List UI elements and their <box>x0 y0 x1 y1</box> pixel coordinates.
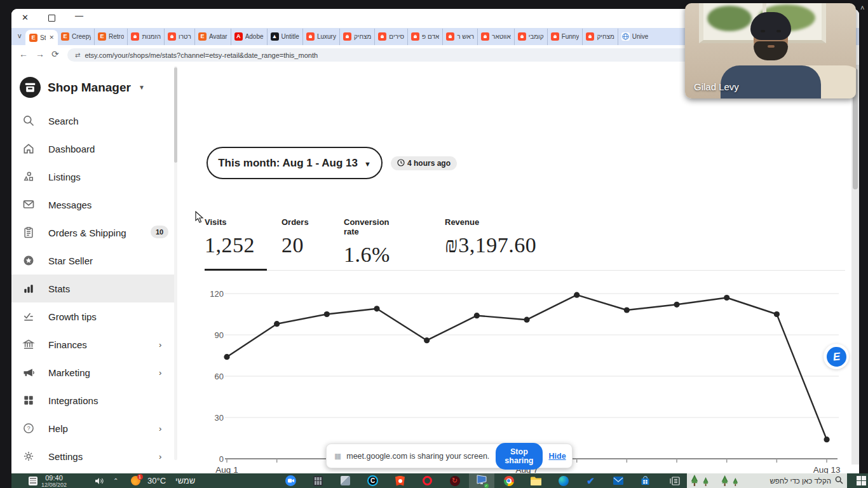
browser-tab[interactable]: מצחיק <box>339 29 374 45</box>
brave-browser-icon[interactable] <box>394 475 406 487</box>
drag-handle-icon[interactable]: ▮▮ <box>334 452 340 461</box>
utility-app-icon[interactable]: ↻ <box>449 475 461 487</box>
forward-icon[interactable]: → <box>36 49 44 59</box>
stop-sharing-button[interactable]: Stop sharing <box>496 443 542 470</box>
tray-chevron-icon[interactable]: ⌃ <box>113 473 118 488</box>
sidebar-item-orders-shipping[interactable]: Orders & Shipping10 <box>11 219 175 247</box>
calculator-app-icon[interactable] <box>312 475 324 487</box>
browser-tab[interactable]: מצחיק <box>582 29 617 45</box>
webcam-overlay[interactable]: Gilad Levy <box>685 3 856 98</box>
sidebar-item-integrations[interactable]: Integrations <box>11 386 175 414</box>
data-point[interactable]: Aug 3: 105 <box>324 311 330 317</box>
weather-icon[interactable]: 1 <box>130 475 142 487</box>
sidebar-item-star-seller[interactable]: Star Seller <box>11 247 175 274</box>
window-minimize-icon[interactable]: — <box>75 11 83 20</box>
app-favicon: ▲ <box>271 32 279 41</box>
sidebar-item-search[interactable]: Search <box>11 107 175 135</box>
browser-tab[interactable]: ראש ר <box>442 29 477 45</box>
browser-tab[interactable]: Funny <box>547 29 583 45</box>
data-point[interactable]: Aug 7: 101 <box>524 317 529 323</box>
metric-visits[interactable]: Visits1,252 <box>205 217 255 257</box>
window-restore-icon[interactable] <box>48 15 55 22</box>
sidebar-item-help[interactable]: ?Help› <box>11 414 175 442</box>
todo-app-icon[interactable]: ✔ <box>585 475 597 487</box>
home-icon <box>22 142 36 156</box>
task-view-icon[interactable] <box>668 475 681 487</box>
globe-favicon <box>621 32 630 41</box>
shop-favicon <box>551 32 559 41</box>
weather-temp[interactable]: 30°C <box>147 473 166 488</box>
browser-tab[interactable]: אדם פ <box>407 29 442 45</box>
browser-tab[interactable]: EAvatar <box>194 29 231 45</box>
file-explorer-icon[interactable] <box>530 475 542 487</box>
microsoft-store-icon[interactable] <box>639 475 651 487</box>
shop-favicon <box>481 32 489 41</box>
taskbar-clock[interactable]: 09:40 12/08/202 <box>35 473 73 488</box>
shop-manager-menu[interactable]: Shop Manager ▼ <box>19 76 145 98</box>
close-tab-icon[interactable]: ✕ <box>49 34 54 41</box>
browser-tab[interactable]: ECreepy <box>58 29 94 45</box>
data-point[interactable]: Aug 5: 86 <box>424 337 430 343</box>
browser-tab[interactable]: קומבי <box>514 29 547 45</box>
sidebar-item-finances[interactable]: Finances› <box>11 330 175 358</box>
tab-search-icon[interactable]: v <box>18 32 22 39</box>
svg-text:?: ? <box>27 425 30 431</box>
svg-text:90: 90 <box>215 330 224 340</box>
sidebar-item-messages[interactable]: Messages <box>11 191 175 219</box>
start-button[interactable] <box>857 476 866 485</box>
hide-link[interactable]: Hide <box>549 452 566 461</box>
browser-tab[interactable]: סירים <box>374 29 407 45</box>
metric-conversion-rate[interactable]: Conversion rate1.6% <box>344 217 390 267</box>
capcut-app-icon[interactable]: C <box>367 475 379 487</box>
edge-browser-icon[interactable] <box>557 475 569 487</box>
browser-tab[interactable]: Unive <box>618 29 652 45</box>
back-icon[interactable]: ← <box>19 49 28 59</box>
metric-revenue[interactable]: Revenue₪3,197.60 <box>445 217 536 257</box>
sidebar-item-marketing[interactable]: Marketing› <box>11 358 175 386</box>
browser-tab[interactable]: ERetro <box>94 29 127 45</box>
screen-share-app-icon[interactable]: ✓ <box>475 475 487 487</box>
data-point[interactable]: Aug 8: 119 <box>574 292 580 298</box>
volume-icon[interactable] <box>93 475 105 487</box>
browser-tab[interactable]: הזמנות <box>127 29 164 45</box>
data-point[interactable]: Aug 1: 74 <box>224 354 229 360</box>
data-point[interactable]: Aug 4: 109 <box>374 306 379 311</box>
browser-tab[interactable]: AAdobe <box>231 29 267 45</box>
browser-tab[interactable]: אווטאר <box>477 29 514 45</box>
extension-logo-icon: E <box>825 346 847 367</box>
data-point[interactable]: Aug 12: 105 <box>774 311 780 317</box>
opera-browser-icon[interactable] <box>421 475 433 487</box>
sidebar-item-listings[interactable]: Listings <box>11 163 175 191</box>
sidebar-scrollbar[interactable] <box>174 66 177 460</box>
data-point[interactable]: Aug 13: 14 <box>824 437 829 442</box>
browser-tab[interactable]: Luxury <box>302 29 339 45</box>
date-range-button[interactable]: This month: Aug 1 - Aug 13 ▼ <box>207 147 383 179</box>
browser-tab[interactable]: ▲Untitle <box>267 29 302 45</box>
data-point[interactable]: Aug 6: 104 <box>474 313 480 318</box>
sidebar-item-stats[interactable]: Stats <box>11 274 175 302</box>
reload-icon[interactable]: ⟳ <box>51 49 59 59</box>
browser-tab[interactable]: רטרו <box>164 29 194 45</box>
window-close-icon[interactable]: ✕ <box>22 13 29 22</box>
extension-float-button[interactable]: E <box>824 344 849 369</box>
metric-orders[interactable]: Orders20 <box>281 217 309 257</box>
shop-manager-title: Shop Manager <box>48 81 131 95</box>
page-vertical-scrollbar[interactable] <box>851 65 859 464</box>
zoom-app-icon[interactable] <box>285 475 297 487</box>
data-point[interactable]: Aug 10: 112 <box>674 302 679 308</box>
data-point[interactable]: Aug 11: 117 <box>724 295 729 301</box>
chrome-browser-icon[interactable] <box>503 475 515 487</box>
data-point[interactable]: Aug 9: 108 <box>624 307 630 313</box>
weather-desc[interactable]: שמשי <box>175 473 195 488</box>
mail-app-icon[interactable] <box>612 475 624 487</box>
sidebar-item-settings[interactable]: Settings› <box>11 442 175 470</box>
data-point[interactable]: Aug 2: 98 <box>274 321 280 327</box>
etsy-favicon: E <box>98 32 106 41</box>
browser-tab[interactable]: ESt✕ <box>25 30 58 45</box>
snipping-tool-icon[interactable] <box>339 475 351 487</box>
sidebar-item-dashboard[interactable]: Dashboard <box>11 135 175 163</box>
sticky-notes-icon[interactable] <box>27 475 39 487</box>
site-info-icon[interactable]: ⇄ <box>75 51 79 58</box>
sidebar-item-growth-tips[interactable]: Growth tips <box>11 302 175 330</box>
clock-time: 09:40 <box>45 475 63 482</box>
